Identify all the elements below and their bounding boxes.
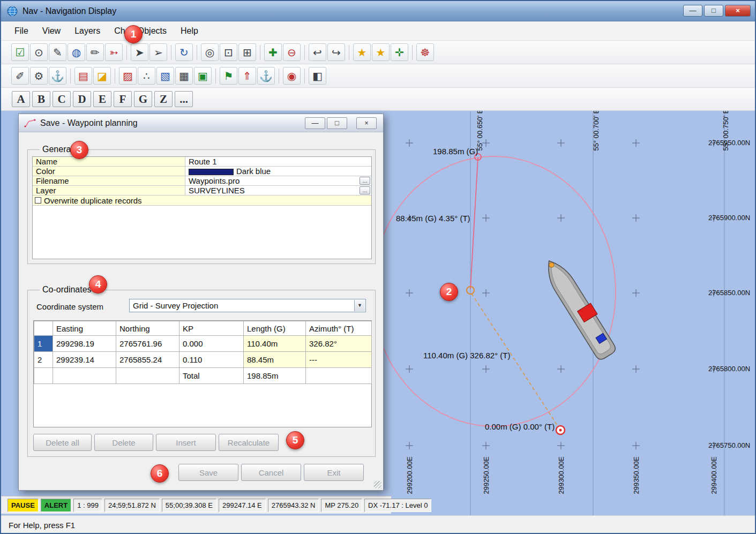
dialog-resize-grip[interactable] [374, 481, 381, 488]
row1-northing[interactable]: 2765761.96 [116, 336, 179, 352]
refresh-icon[interactable]: ↻ [175, 43, 193, 61]
letter-button-f[interactable]: F [114, 91, 132, 107]
buoy-icon[interactable]: ◉ [283, 67, 301, 85]
table-row[interactable]: 1 299298.19 2765761.96 0.000 110.40m 326… [34, 336, 372, 352]
color-field-value[interactable]: Dark blue [185, 167, 371, 176]
track-dots-icon[interactable]: ∴ [138, 67, 155, 85]
layer-field-value[interactable]: SURVEYLINES ... [185, 186, 371, 195]
zoom-in-icon[interactable]: ✚ [264, 43, 282, 61]
callout-badge-6: 6 [151, 464, 169, 483]
edit-route-icon[interactable]: ✏ [86, 43, 104, 61]
dialog-close-button[interactable]: × [356, 117, 377, 129]
query-builder-icon[interactable]: ⊙ [30, 43, 48, 61]
waypoint-2-marker[interactable] [467, 287, 474, 294]
image-icon[interactable]: ▣ [194, 67, 212, 85]
target-waypoint-marker[interactable] [556, 426, 565, 434]
row1-easting[interactable]: 299298.19 [53, 336, 116, 352]
north-arrow-icon[interactable]: ⇑ [238, 67, 256, 85]
zoom-tool-icon[interactable]: ◎ [201, 43, 219, 61]
pointer-select-icon[interactable]: ➢ [149, 43, 167, 61]
favorites-icon[interactable]: ★ [353, 43, 371, 61]
window-close-button[interactable]: × [725, 5, 751, 17]
toolbar-main: ☑ ⊙ ✎ ◍ ✏ ➳ ➤ ➢ ↻ ◎ ⊡ ⊞ ✚ ⊖ ↩ ↪ ★ ★ ✛ ☸ [1, 41, 755, 64]
flag-icon[interactable]: ⚑ [220, 67, 237, 85]
pens-icon[interactable]: ✎ [49, 43, 66, 61]
letter-button-more[interactable]: ... [175, 91, 193, 107]
window-minimize-button[interactable]: — [683, 5, 702, 17]
chevron-down-icon[interactable]: ▼ [354, 300, 365, 311]
letter-button-z[interactable]: Z [154, 91, 173, 107]
filename-browse-button[interactable]: ... [360, 177, 370, 185]
name-field-value[interactable]: Route 1 [185, 157, 371, 166]
row1-number[interactable]: 1 [34, 336, 53, 352]
globe-icon[interactable]: ◍ [68, 43, 85, 61]
row1-azimuth[interactable]: 326.82° [306, 336, 372, 352]
row2-northing[interactable]: 2765855.24 [116, 352, 179, 368]
menu-help[interactable]: Help [174, 23, 205, 39]
favorite-add-icon[interactable]: ✛ [391, 43, 408, 61]
zoom-out-icon[interactable]: ⊖ [283, 43, 301, 61]
row2-length[interactable]: 88.45m [244, 352, 306, 368]
route-points-icon[interactable]: ➳ [105, 43, 123, 61]
anchor-icon[interactable]: ⚓ [257, 67, 275, 85]
insert-button[interactable]: Insert [156, 434, 216, 451]
help-bar: For Help, press F1 [1, 515, 755, 534]
letter-button-c[interactable]: C [53, 91, 71, 107]
row2-kp[interactable]: 0.110 [179, 352, 244, 368]
filename-field-value[interactable]: Waypoints.pro ... [185, 176, 371, 185]
hatch-red-icon[interactable]: ▨ [119, 67, 137, 85]
alert-indicator[interactable]: ALERT [41, 499, 71, 512]
zoom-previous-icon[interactable]: ↩ [309, 43, 326, 61]
table-row[interactable]: 2 299239.14 2765855.24 0.110 88.45m --- [34, 352, 372, 368]
draw-icon[interactable]: ✐ [11, 67, 29, 85]
general-group: General Name Route 1 Color Dark blue Fil… [27, 149, 376, 264]
letter-button-d[interactable]: D [73, 91, 91, 107]
favorites-gold-icon[interactable]: ★ [372, 43, 390, 61]
dialog-titlebar[interactable]: Save - Waypoint planning — □ × [19, 114, 383, 132]
exit-button[interactable]: Exit [304, 464, 364, 481]
window-maximize-button[interactable]: □ [704, 5, 723, 17]
menu-view[interactable]: View [35, 23, 68, 39]
vessel[interactable] [540, 254, 619, 362]
measure-label-leg2: 88.45m (G) 4.35° (T) [396, 214, 470, 223]
zoom-next-icon[interactable]: ↪ [327, 43, 345, 61]
recalculate-button[interactable]: Recalculate [219, 434, 279, 451]
coordinate-system-select[interactable]: Grid - Survey Projection ▼ [129, 299, 366, 312]
grid-icon[interactable]: ▦ [175, 67, 193, 85]
delete-all-button[interactable]: Delete all [33, 434, 92, 451]
layer-field-label: Layer [33, 186, 185, 195]
eraser-icon[interactable]: ◧ [309, 67, 326, 85]
letter-button-b[interactable]: B [32, 91, 50, 107]
hatch-blue-icon[interactable]: ▧ [156, 67, 174, 85]
menu-file[interactable]: File [8, 23, 35, 39]
vessel-helm-icon[interactable]: ☸ [416, 43, 434, 61]
chart-icon[interactable]: ◪ [93, 67, 111, 85]
vessel-settings-icon[interactable]: ⚙ [30, 67, 48, 85]
overwrite-checkbox[interactable] [35, 197, 41, 204]
letter-button-e[interactable]: E [93, 91, 111, 107]
overwrite-checkbox-row[interactable]: Overwrite duplicate records [33, 195, 371, 206]
save-button[interactable]: Save [178, 464, 238, 481]
row1-kp[interactable]: 0.000 [179, 336, 244, 352]
zoom-window-icon[interactable]: ⊡ [220, 43, 237, 61]
row1-length[interactable]: 110.40m [244, 336, 306, 352]
field-row-name: Name Route 1 [33, 157, 371, 167]
cancel-button[interactable]: Cancel [241, 464, 301, 481]
pause-indicator[interactable]: PAUSE [8, 499, 39, 512]
dialog-minimize-button[interactable]: — [305, 117, 325, 129]
row2-azimuth[interactable]: --- [306, 352, 372, 368]
delete-button[interactable]: Delete [94, 434, 153, 451]
dialog-maximize-button[interactable]: □ [327, 117, 347, 129]
letter-button-a[interactable]: A [12, 91, 30, 107]
letter-button-g[interactable]: G [134, 91, 152, 107]
pan-icon[interactable]: ⊞ [238, 43, 256, 61]
window-titlebar[interactable]: Nav - Navigation Display — □ × [1, 1, 755, 21]
checklist-icon[interactable]: ☑ [11, 43, 29, 61]
pointer-icon[interactable]: ➤ [131, 43, 148, 61]
layer-browse-button[interactable]: ... [360, 186, 370, 194]
row2-easting[interactable]: 299239.14 [53, 352, 116, 368]
layers-fan-icon[interactable]: ▤ [74, 67, 92, 85]
menu-layers[interactable]: Layers [68, 23, 107, 39]
row2-number[interactable]: 2 [34, 352, 53, 368]
vessel-anchor-icon[interactable]: ⚓ [49, 67, 66, 85]
